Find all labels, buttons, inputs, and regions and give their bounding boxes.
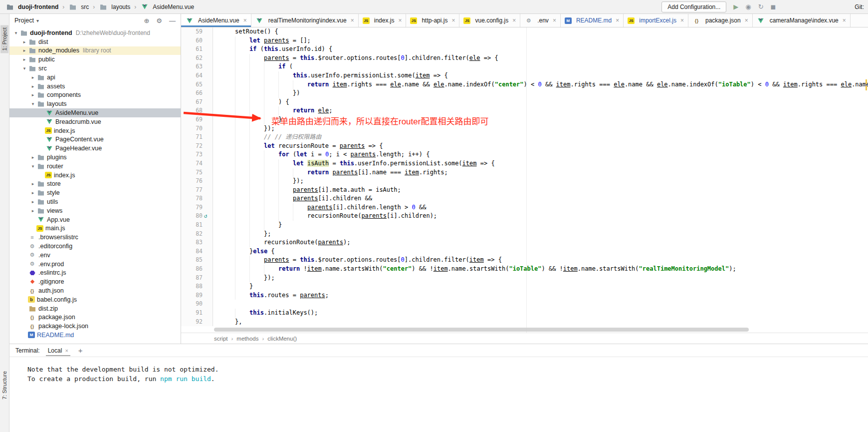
debug-icon[interactable]: ◉: [745, 3, 751, 10]
code-line[interactable]: 89this.routes = parents;: [181, 291, 868, 300]
code-line[interactable]: 69}: [181, 115, 868, 124]
tree-item[interactable]: {}package.json: [9, 313, 181, 322]
tree-item[interactable]: ▸public: [9, 55, 181, 64]
chevron-right-icon[interactable]: ▸: [29, 75, 36, 80]
editor-tab[interactable]: JSindex.js×: [359, 14, 407, 27]
code-line[interactable]: 92},: [181, 318, 868, 327]
code-line[interactable]: 74let isAuth = this.userInfo.permissionL…: [181, 159, 868, 168]
tree-item[interactable]: AsideMenu.vue: [9, 108, 181, 117]
close-icon[interactable]: ×: [843, 17, 846, 24]
editor-tab[interactable]: JShttp-api.js×: [406, 14, 459, 27]
tree-item[interactable]: JSindex.js: [9, 126, 181, 135]
code-line[interactable]: 61if (this.userInfo.id) {: [181, 45, 868, 54]
tree-item[interactable]: ▸views: [9, 206, 181, 215]
close-icon[interactable]: ×: [680, 17, 684, 24]
tree-item[interactable]: ▸utils: [9, 197, 181, 206]
code-line[interactable]: 63if (: [181, 62, 868, 71]
editor-tab[interactable]: AsideMenu.vue×: [181, 14, 251, 27]
code-line[interactable]: 77parents[i].meta.auth = isAuth;: [181, 186, 868, 195]
chevron-down-icon[interactable]: ▾: [12, 30, 19, 35]
locate-icon[interactable]: ⊕: [144, 17, 149, 24]
code-line[interactable]: 72let recursionRoute = parents => {: [181, 142, 868, 151]
tree-item[interactable]: ⚙.env: [9, 251, 181, 260]
code-line[interactable]: 90: [181, 300, 868, 309]
refresh-icon[interactable]: ↻: [758, 3, 764, 10]
close-icon[interactable]: ×: [451, 17, 455, 24]
code-line[interactable]: 80↺recursionRoute(parents[i].children);: [181, 212, 868, 221]
tree-item[interactable]: ▾layouts: [9, 99, 181, 108]
add-configuration-button[interactable]: Add Configuration...: [661, 1, 726, 12]
code-line[interactable]: 64this.userInfo.permissionList.some(item…: [181, 71, 868, 80]
terminal-tab-local[interactable]: Local ×: [46, 345, 70, 356]
warning-stripe-mark[interactable]: [866, 86, 867, 90]
editor-tab[interactable]: JSimportExcel.js×: [624, 14, 688, 27]
code-line[interactable]: 75return parents[i].name === item.rights…: [181, 168, 868, 177]
tree-item[interactable]: App.vue: [9, 215, 181, 224]
chevron-right-icon[interactable]: ▸: [29, 208, 36, 213]
code-line[interactable]: 73for (let i = 0; i < parents.length; i+…: [181, 150, 868, 159]
tree-item[interactable]: ⚙.editorconfig: [9, 242, 181, 251]
tree-item[interactable]: JSindex.js: [9, 171, 181, 180]
editor-tab[interactable]: cameraManage\index.vue×: [753, 14, 851, 27]
tree-item[interactable]: .eslintrc.js: [9, 269, 181, 278]
code-line[interactable]: 79parents[i].children.length > 0 &&: [181, 203, 868, 212]
tree-item[interactable]: PageHeader.vue: [9, 144, 181, 153]
tree-item[interactable]: ▾router: [9, 162, 181, 171]
close-icon[interactable]: ×: [65, 348, 68, 354]
code-line[interactable]: 71// // 递归权限路由: [181, 133, 868, 142]
editor-breadcrumb-item[interactable]: script: [214, 336, 227, 342]
editor-breadcrumb-item[interactable]: clickMenu(): [267, 336, 297, 342]
terminal-output[interactable]: Note that the development build is not o…: [9, 357, 868, 432]
chevron-right-icon[interactable]: ▸: [29, 181, 36, 186]
code-line[interactable]: 91this.initialKeys();: [181, 309, 868, 318]
code-line[interactable]: 81}: [181, 221, 868, 230]
chevron-right-icon[interactable]: ▸: [29, 92, 36, 97]
breadcrumb-item[interactable]: layouts: [97, 2, 132, 11]
tree-item[interactable]: .gitignore: [9, 277, 181, 286]
tree-item[interactable]: ▾src: [9, 64, 181, 73]
chevron-down-icon[interactable]: ▾: [21, 66, 28, 71]
editor-tab[interactable]: JSvue.config.js×: [459, 14, 520, 27]
breadcrumb-item[interactable]: AsideMenu.vue: [139, 2, 196, 11]
code-line[interactable]: 66}): [181, 89, 868, 98]
tree-item[interactable]: ≡.browserslistrc: [9, 233, 181, 242]
tool-stripe-project-button[interactable]: 1: Project: [0, 25, 8, 53]
tree-item[interactable]: JSmain.js: [9, 224, 181, 233]
code-line[interactable]: 83recursionRoute(parents);: [181, 238, 868, 247]
close-icon[interactable]: ×: [553, 17, 556, 24]
chevron-down-icon[interactable]: ▾: [29, 164, 36, 169]
code-editor[interactable]: 59setRoute() {60let parents = [];61if (t…: [181, 27, 868, 333]
tool-stripe-structure-button[interactable]: 7: Structure: [0, 369, 8, 402]
tree-item[interactable]: ⚙.env.prod: [9, 260, 181, 269]
tree-item[interactable]: {}package-lock.json: [9, 322, 181, 331]
tree-item[interactable]: {}auth.json: [9, 286, 181, 295]
close-icon[interactable]: ×: [616, 17, 619, 24]
tree-item[interactable]: ▸style: [9, 188, 181, 197]
close-icon[interactable]: ×: [398, 17, 402, 24]
run-icon[interactable]: ▶: [733, 3, 738, 10]
code-line[interactable]: 84}else {: [181, 247, 868, 256]
code-line[interactable]: 68return ele;: [181, 106, 868, 115]
chevron-right-icon[interactable]: ▸: [29, 84, 36, 89]
tree-item[interactable]: dist.zip: [9, 304, 181, 313]
warning-stripe-mark[interactable]: [866, 79, 867, 84]
chevron-right-icon[interactable]: ▸: [29, 190, 36, 195]
chevron-right-icon[interactable]: ▸: [21, 57, 28, 62]
code-line[interactable]: 85parents = this.$router.options.routes[…: [181, 256, 868, 265]
tree-item[interactable]: PageContent.vue: [9, 135, 181, 144]
breadcrumb-item[interactable]: src: [67, 2, 90, 11]
chevron-right-icon[interactable]: ▸: [21, 48, 28, 53]
chevron-right-icon[interactable]: ▸: [29, 155, 36, 160]
new-terminal-session-button[interactable]: +: [76, 346, 85, 355]
close-icon[interactable]: ×: [243, 17, 247, 24]
git-widget-label[interactable]: Git:: [855, 3, 864, 10]
code-line[interactable]: 65return item.rights === ele.name && ele…: [181, 80, 868, 89]
tree-item[interactable]: ▸assets: [9, 82, 181, 91]
code-line[interactable]: 86return !item.name.startsWith("center")…: [181, 265, 868, 274]
editor-tab[interactable]: MREADME.md×: [561, 14, 624, 27]
code-line[interactable]: 67) {: [181, 98, 868, 107]
tree-item[interactable]: ▸node_moduleslibrary root: [9, 46, 181, 55]
code-line[interactable]: 78parents[i].children &&: [181, 194, 868, 203]
editor-tab[interactable]: {}package.json×: [688, 14, 753, 27]
code-line[interactable]: 76});: [181, 177, 868, 186]
